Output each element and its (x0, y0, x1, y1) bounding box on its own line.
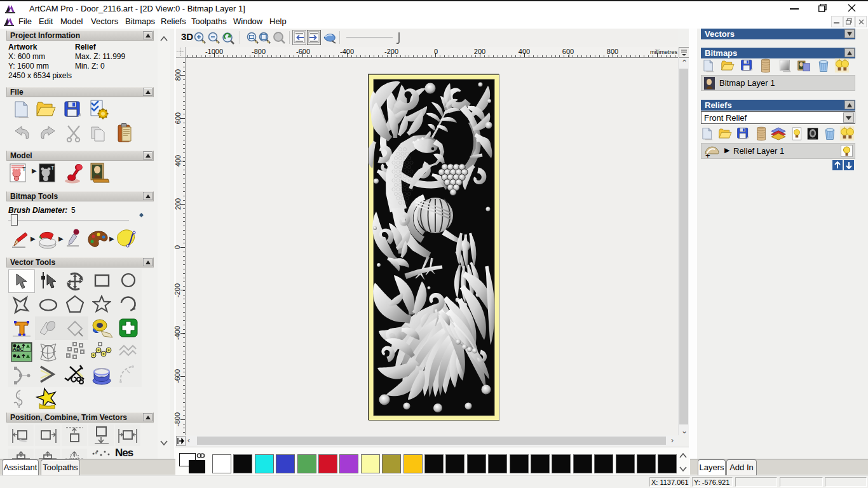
svg-text:T: T (22, 166, 26, 172)
svg-text:ABC: ABC (13, 346, 24, 352)
svg-text:T: T (51, 165, 55, 171)
svg-text:a: a (95, 450, 98, 455)
